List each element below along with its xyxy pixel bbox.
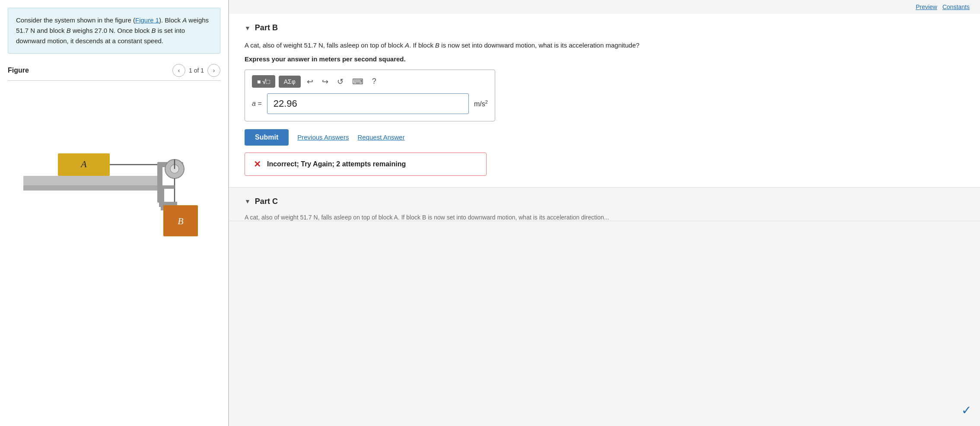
part-c-chevron-icon[interactable]: ▼ xyxy=(245,198,251,205)
part-b-label: Part B xyxy=(255,23,278,32)
checkmark-icon: ✓ xyxy=(961,403,971,417)
left-panel: Consider the system shown in the figure … xyxy=(0,0,229,426)
error-box: ✕ Incorrect; Try Again; 2 attempts remai… xyxy=(245,153,487,176)
sqrt-symbol: √□ xyxy=(262,78,270,85)
figure-link[interactable]: Figure 1 xyxy=(135,16,159,24)
redo-btn[interactable]: ↪ xyxy=(319,75,331,88)
help-btn[interactable]: ? xyxy=(369,75,379,88)
svg-rect-1 xyxy=(23,185,162,191)
figure-nav: ‹ 1 of 1 › xyxy=(172,64,220,77)
constants-link[interactable]: Constants xyxy=(942,3,970,10)
action-row: Submit Previous Answers Request Answer xyxy=(245,129,964,146)
part-b-section: ▼ Part B A cat, also of weight 51.7 N, f… xyxy=(229,14,980,188)
submit-button[interactable]: Submit xyxy=(245,129,289,146)
svg-text:A: A xyxy=(80,159,87,169)
part-b-chevron-icon[interactable]: ▼ xyxy=(245,25,251,32)
request-answer-button[interactable]: Request Answer xyxy=(357,134,404,141)
top-links: Preview Constants xyxy=(229,0,980,14)
math-symbol-icon: ■ xyxy=(257,78,261,85)
figure-prev-button[interactable]: ‹ xyxy=(172,64,185,77)
figure-count: 1 of 1 xyxy=(189,67,204,74)
figure-header: Figure ‹ 1 of 1 › xyxy=(8,64,220,81)
figure-next-button[interactable]: › xyxy=(207,64,220,77)
part-b-header: ▼ Part B xyxy=(245,23,964,32)
math-input-container: ■ √□ ΑΣφ ↩ ↪ ↺ ⌨ ? a = m/s2 xyxy=(245,70,495,121)
part-c-section: ▼ Part C A cat, also of weight 51.7 N, f… xyxy=(229,188,980,221)
part-b-question: A cat, also of weight 51.7 N, falls asle… xyxy=(245,40,964,51)
physics-diagram: A B xyxy=(15,98,213,245)
math-toolbar: ■ √□ ΑΣφ ↩ ↪ ↺ ⌨ ? xyxy=(252,75,488,88)
greek-symbol-btn[interactable]: ΑΣφ xyxy=(279,76,301,88)
problem-statement: Consider the system shown in the figure … xyxy=(8,8,220,54)
previous-answers-button[interactable]: Previous Answers xyxy=(297,134,349,141)
math-input-field[interactable] xyxy=(267,93,469,114)
svg-rect-11 xyxy=(162,185,175,189)
greek-symbol-label: ΑΣφ xyxy=(284,78,296,85)
svg-rect-0 xyxy=(23,176,162,185)
right-panel: Preview Constants ▼ Part B A cat, also o… xyxy=(229,0,980,426)
svg-text:B: B xyxy=(178,216,183,226)
figure-title: Figure xyxy=(8,67,29,74)
part-c-content: A cat, also of weight 51.7 N, falls asle… xyxy=(245,214,964,221)
math-unit: m/s2 xyxy=(474,99,488,108)
preview-link[interactable]: Preview xyxy=(916,3,937,10)
figure-section: Figure ‹ 1 of 1 › A xyxy=(8,64,220,245)
math-symbol-btn[interactable]: ■ √□ xyxy=(252,75,275,88)
part-c-header: ▼ Part C xyxy=(245,197,964,206)
math-input-row: a = m/s2 xyxy=(252,93,488,114)
svg-rect-13 xyxy=(164,202,177,205)
math-label: a = xyxy=(252,100,262,108)
part-c-label: Part C xyxy=(255,197,278,206)
reset-btn[interactable]: ↺ xyxy=(334,75,346,88)
error-message: Incorrect; Try Again; 2 attempts remaini… xyxy=(267,160,406,168)
figure-image: A B xyxy=(8,85,220,245)
undo-btn[interactable]: ↩ xyxy=(304,75,316,88)
part-c-preview: A cat, also of weight 51.7 N, falls asle… xyxy=(245,214,609,221)
part-b-instruction: Express your answer in meters per second… xyxy=(245,55,964,63)
keyboard-btn[interactable]: ⌨ xyxy=(350,75,366,88)
error-icon: ✕ xyxy=(254,159,261,169)
